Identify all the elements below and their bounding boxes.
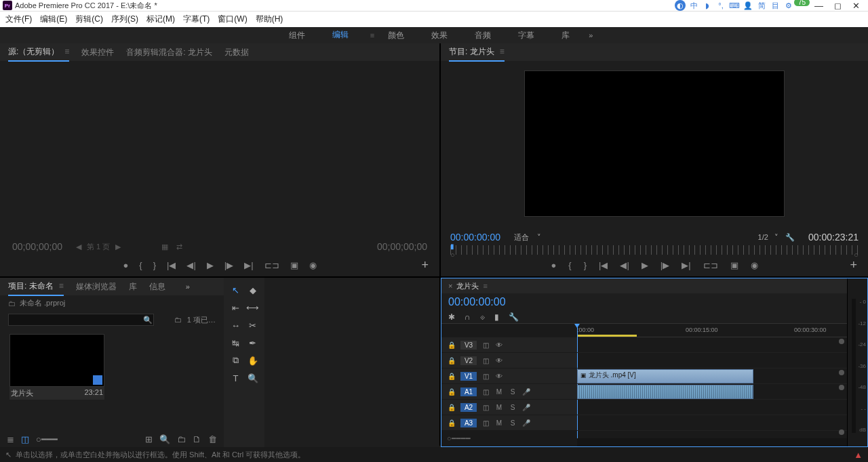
zoom-tool-icon[interactable]: 🔍	[245, 370, 260, 386]
track-v2-header[interactable]: 🔒V2◫👁	[441, 353, 577, 369]
grid-icon[interactable]: ▦	[161, 243, 168, 251]
effect-controls-tab[interactable]: 效果控件	[81, 44, 114, 61]
sequence-tab[interactable]: ×龙片头 ≡	[448, 281, 488, 291]
ime-user-icon[interactable]: 👤	[743, 0, 753, 11]
ime-simplified-icon[interactable]: 简	[756, 0, 767, 11]
track-a2[interactable]	[577, 400, 847, 415]
work-area-bar[interactable]	[577, 335, 637, 337]
mark-out-icon[interactable]: }	[584, 260, 587, 270]
menu-file[interactable]: 文件(F)	[5, 14, 32, 25]
selection-tool-icon[interactable]: ↖	[228, 282, 243, 298]
play-icon[interactable]: ▶	[642, 260, 648, 270]
snap-icon[interactable]: ∩	[465, 312, 471, 322]
workspace-color[interactable]: 颜色	[374, 27, 418, 44]
program-tab[interactable]: 节目: 龙片头≡	[449, 43, 505, 62]
marker-icon[interactable]: ▮	[494, 312, 499, 322]
program-ruler[interactable]: ▮ ○ ○	[450, 245, 859, 255]
step-back-icon[interactable]: ◀|	[620, 260, 629, 270]
add-marker-icon[interactable]: ●	[123, 260, 128, 270]
pen-tool-icon[interactable]: ✒	[245, 335, 260, 351]
workspace-effects[interactable]: 效果	[418, 27, 461, 44]
source-tab[interactable]: 源:（无剪辑）≡	[8, 43, 69, 62]
timeline-timecode[interactable]: 00:00:00:00	[448, 296, 506, 308]
track-v1-header[interactable]: 🔒V1◫👁	[441, 369, 577, 384]
button-editor-icon[interactable]: +	[850, 258, 857, 272]
next-page-icon[interactable]: ▶	[115, 243, 121, 251]
ime-chinese-icon[interactable]: 中	[688, 0, 699, 11]
ime-globe-icon[interactable]: ◐	[675, 0, 686, 11]
ime-punct-icon[interactable]: °,	[715, 0, 726, 11]
export-frame-icon[interactable]: ◉	[751, 260, 758, 270]
media-browser-tab[interactable]: 媒体浏览器	[76, 278, 117, 295]
workspace-overflow-icon[interactable]: »	[589, 31, 593, 39]
track-a3-header[interactable]: 🔒A3◫MS🎤	[441, 415, 577, 431]
program-playhead-icon[interactable]: ▮	[450, 243, 454, 250]
extract-icon[interactable]: ▣	[730, 260, 738, 270]
project-item[interactable]: 龙片头 23:21	[9, 334, 104, 400]
rate-stretch-tool-icon[interactable]: ↔	[228, 317, 243, 333]
ime-moon-icon[interactable]: ◗	[702, 0, 713, 11]
button-editor-icon[interactable]: +	[421, 258, 429, 272]
program-monitor-view[interactable]	[524, 70, 785, 217]
export-frame-icon[interactable]: ◉	[309, 260, 317, 270]
nest-icon[interactable]: ✱	[448, 312, 455, 322]
workspace-audio[interactable]: 音频	[461, 27, 505, 44]
trash-icon[interactable]: 🗑	[208, 434, 217, 444]
track-v1[interactable]: ▣ 龙片头 .mp4 [V]	[577, 369, 847, 384]
play-icon[interactable]: ▶	[207, 260, 214, 270]
mark-out-icon[interactable]: }	[153, 260, 156, 270]
info-tab[interactable]: 信息	[149, 278, 165, 295]
track-a3[interactable]	[577, 415, 847, 431]
filter-bin-icon[interactable]: 🗀	[174, 316, 182, 324]
slide-tool-icon[interactable]: ⧉	[228, 352, 243, 369]
track-select-tool-icon[interactable]: ◆	[245, 282, 260, 298]
fit-dropdown[interactable]: 适合 ˅	[514, 232, 541, 243]
go-out-icon[interactable]: ▶|	[682, 260, 690, 270]
prev-page-icon[interactable]: ◀	[76, 243, 81, 251]
libraries-tab[interactable]: 库	[129, 278, 137, 295]
step-forward-icon[interactable]: |▶	[660, 260, 669, 270]
go-in-icon[interactable]: |◀	[167, 260, 176, 270]
scroll-handle-icon[interactable]	[839, 370, 844, 375]
audio-clip[interactable]	[577, 385, 753, 399]
audio-meter[interactable]: - 0 -12 -24 -36 -48 - - dB	[847, 278, 867, 446]
timeline-scrollbar[interactable]	[577, 438, 847, 446]
resolution-dropdown[interactable]: 1/2 ˅	[758, 233, 778, 242]
workspace-assembly[interactable]: 组件	[275, 27, 319, 44]
arrows-icon[interactable]: ⇄	[176, 243, 182, 251]
timeline-tracks[interactable]: :00:00 00:00:15:00 00:00:30:00 00:00:45:…	[577, 324, 847, 446]
type-tool-icon[interactable]: T	[228, 370, 243, 386]
slip-tool-icon[interactable]: ↹	[228, 335, 243, 351]
menu-clip[interactable]: 剪辑(C)	[75, 14, 103, 25]
overwrite-icon[interactable]: ▣	[290, 260, 298, 270]
minimize-button[interactable]: —	[814, 1, 823, 11]
ripple-edit-tool-icon[interactable]: ⇤	[228, 299, 243, 316]
step-forward-icon[interactable]: |▶	[224, 260, 233, 270]
settings-icon[interactable]: 🔧	[509, 312, 519, 322]
menu-edit[interactable]: 编辑(E)	[40, 14, 67, 25]
mark-in-icon[interactable]: {	[568, 260, 571, 270]
program-timecode[interactable]: 00:00:00:00	[450, 232, 500, 243]
close-button[interactable]: ✕	[852, 1, 860, 11]
workspace-libraries[interactable]: 库	[548, 27, 583, 44]
scroll-handle-icon[interactable]	[839, 339, 844, 344]
track-a1-header[interactable]: 🔒A1◫MS🎤	[441, 384, 577, 400]
automate-icon[interactable]: ⊞	[145, 434, 153, 444]
new-bin-icon[interactable]: 🗀	[177, 434, 186, 444]
track-a2-header[interactable]: 🔒A2◫MS🎤	[441, 400, 577, 415]
go-in-icon[interactable]: |◀	[599, 260, 608, 270]
zoom-slider[interactable]: ○━━━	[36, 434, 58, 444]
icon-view-icon[interactable]: ◫	[21, 434, 29, 444]
menu-help[interactable]: 帮助(H)	[256, 14, 283, 25]
metadata-tab[interactable]: 元数据	[224, 44, 249, 61]
razor-tool-icon[interactable]: ✂	[245, 317, 260, 333]
menu-sequence[interactable]: 序列(S)	[111, 14, 138, 25]
lift-icon[interactable]: ⊏⊐	[703, 260, 718, 270]
track-a1[interactable]	[577, 384, 847, 400]
new-item-icon[interactable]: 🗋	[193, 434, 201, 444]
track-v3-header[interactable]: 🔒V3◫👁	[441, 337, 577, 353]
menu-title[interactable]: 字幕(T)	[183, 14, 210, 25]
project-tab[interactable]: 项目: 未命名≡	[8, 278, 64, 296]
ime-e-icon[interactable]: 目	[770, 0, 781, 11]
ime-gear-icon[interactable]: ⚙	[783, 0, 794, 11]
